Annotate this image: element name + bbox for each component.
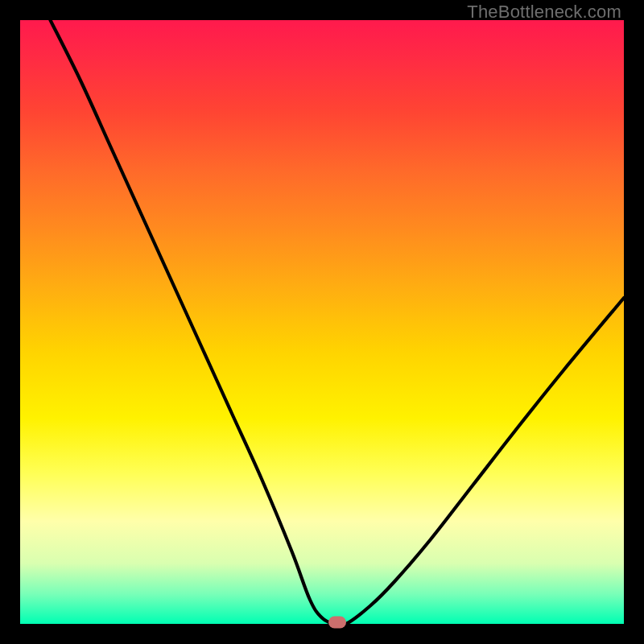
bottleneck-curve (20, 20, 624, 624)
plot-area (20, 20, 624, 624)
optimal-point-marker (328, 616, 346, 628)
chart-frame: TheBottleneck.com (0, 0, 644, 644)
